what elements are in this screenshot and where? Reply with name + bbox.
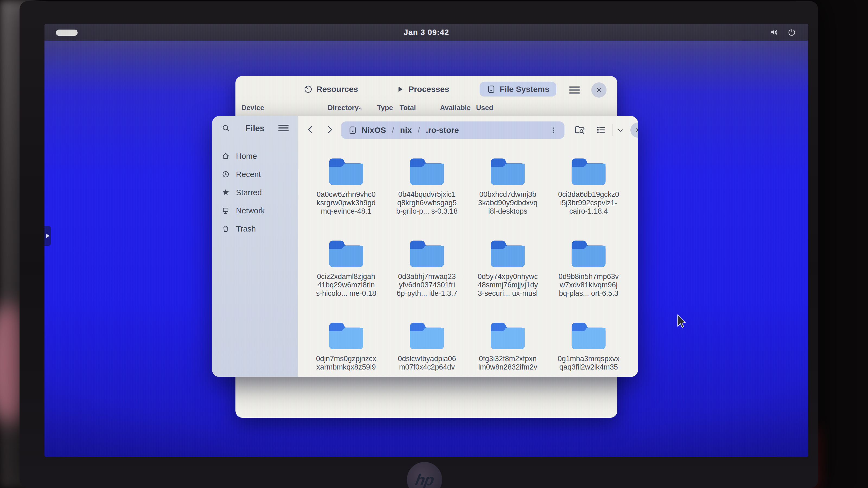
folder-grid-area: 0a0cw6zrhn9vhc0 ksrgrw0pwk3h9gd mq-evinc…	[298, 144, 638, 377]
chevron-down-icon[interactable]	[616, 126, 625, 134]
path-bar[interactable]: NixOS / nix / .ro-store	[341, 122, 564, 139]
folder-item[interactable]: 0dslcwfbyadpia06 m07f0x4c2p64dv	[386, 321, 467, 377]
path-separator: /	[392, 126, 394, 134]
sidebar-item-label: Network	[236, 206, 265, 215]
column-available[interactable]: Available	[440, 104, 471, 112]
sidebar-item-label: Trash	[236, 225, 256, 233]
path-device[interactable]: NixOS	[362, 126, 386, 135]
play-icon	[396, 85, 405, 94]
hp-logo: hp	[407, 462, 442, 488]
path-segment-ro-store[interactable]: .ro-store	[426, 126, 459, 135]
folder-name: 0a0cw6zrhn9vhc0 ksrgrw0pwk3h9gd mq-evinc…	[316, 190, 376, 216]
file-systems-column-headers: Device Directory Type Total Available Us…	[236, 102, 617, 114]
folder-item[interactable]: 0d5y74xpy0nhywc 48smmj76mjjvj1dy 3-secur…	[467, 239, 548, 321]
gnome-top-bar: Jan 3 09:42	[44, 24, 808, 41]
folder-icon	[328, 157, 365, 188]
column-type[interactable]: Type	[377, 104, 393, 112]
folder-item[interactable]: 0g1mha3mrqspxvx qaq3fii2w2ik4m35	[548, 321, 629, 377]
tab-processes[interactable]: Processes	[389, 82, 456, 97]
folder-name: 0b44bqqdvr5jxic1 q8krgh6vwhsgag5 b-grilo…	[396, 190, 458, 216]
files-header-bar: NixOS / nix / .ro-store	[298, 116, 638, 144]
folder-icon	[408, 157, 446, 188]
folder-name: 0d9b8in5h7mp63v w7xdv81kivqm96j bq-plas.…	[558, 272, 619, 298]
speaker-icon[interactable]	[770, 28, 779, 37]
folder-item[interactable]: 0d3abhj7mwaq23 yfv6dn0374301fri 6p-pyth.…	[386, 239, 467, 321]
sidebar-item-trash[interactable]: Trash	[216, 221, 294, 237]
close-icon	[595, 87, 602, 94]
folder-item[interactable]: 0ciz2xdaml8zjgah 41bq29w6mzl8rln s-hicol…	[306, 239, 386, 321]
sidebar-item-starred[interactable]: Starred	[216, 184, 294, 201]
menu-icon[interactable]	[569, 87, 580, 94]
menu-icon[interactable]	[278, 125, 289, 131]
folder-icon	[489, 157, 527, 188]
tab-label: Resources	[316, 85, 358, 94]
close-button[interactable]	[630, 123, 638, 138]
trash-icon	[221, 225, 230, 233]
sidebar-item-home[interactable]: Home	[216, 148, 294, 164]
sidebar-item-label: Recent	[236, 170, 261, 179]
clock-icon	[221, 170, 230, 178]
sidebar-item-network[interactable]: Network	[216, 202, 294, 219]
power-icon[interactable]	[787, 28, 796, 37]
clock[interactable]: Jan 3 09:42	[44, 28, 808, 37]
folder-name: 0ci3da6db19gckz0 i5j3br992cspvlz1- cairo…	[558, 190, 619, 216]
folder-name: 0d5y74xpy0nhywc 48smmj76mjjvj1dy 3-secur…	[478, 272, 538, 298]
edge-panel-handle[interactable]	[44, 226, 51, 246]
folder-icon	[570, 239, 607, 270]
folder-grid: 0a0cw6zrhn9vhc0 ksrgrw0pwk3h9gd mq-evinc…	[306, 157, 629, 377]
system-monitor-controls	[569, 83, 607, 98]
back-button[interactable]	[304, 124, 316, 135]
folder-item[interactable]: 0ci3da6db19gckz0 i5j3br992cspvlz1- cairo…	[548, 157, 629, 239]
column-total[interactable]: Total	[400, 104, 416, 112]
column-directory[interactable]: Directory	[328, 104, 359, 112]
tab-file-systems[interactable]: File Systems	[479, 82, 556, 97]
folder-icon	[489, 239, 527, 270]
folder-item[interactable]: 0djn7ms0gzpjnzcx xarmbmkqx8z59i9	[306, 321, 386, 377]
files-window: Files Home Recent Starred Network	[212, 116, 638, 377]
toolbar-divider	[612, 124, 613, 136]
folder-name: 0d3abhj7mwaq23 yfv6dn0374301fri 6p-pyth.…	[397, 272, 457, 298]
sidebar-item-label: Starred	[236, 188, 262, 197]
folder-icon	[489, 321, 527, 352]
column-used[interactable]: Used	[476, 104, 493, 112]
drive-icon	[348, 126, 357, 135]
hp-logo-text: hp	[414, 470, 435, 488]
folder-item[interactable]: 0fg3i32f8m2xfpxn lm0w8n2832ifm2v	[467, 321, 548, 377]
folder-name: 00bxhcd7dwmj3b 3kabd90y9dbdxvq i8l-deskt…	[478, 190, 537, 216]
kebab-menu-icon[interactable]	[550, 126, 557, 135]
folder-icon	[570, 321, 607, 352]
folder-item[interactable]: 00bxhcd7dwmj3b 3kabd90y9dbdxvq i8l-deskt…	[467, 157, 548, 239]
folder-icon	[408, 239, 446, 270]
folder-icon	[328, 239, 365, 270]
path-separator: /	[418, 126, 420, 134]
home-icon	[221, 152, 230, 161]
arrow-right-icon	[46, 234, 50, 238]
sidebar-item-recent[interactable]: Recent	[216, 166, 294, 183]
folder-icon	[570, 157, 607, 188]
close-button[interactable]	[591, 83, 607, 98]
drive-icon	[487, 85, 496, 94]
files-main-pane: NixOS / nix / .ro-store	[298, 116, 638, 377]
folder-search-icon[interactable]	[574, 124, 585, 135]
folder-item[interactable]: 0a0cw6zrhn9vhc0 ksrgrw0pwk3h9gd mq-evinc…	[306, 157, 386, 239]
forward-button[interactable]	[324, 124, 336, 135]
tab-label: File Systems	[500, 85, 549, 94]
list-view-icon[interactable]	[595, 124, 607, 135]
column-device[interactable]: Device	[241, 104, 264, 112]
star-icon	[221, 188, 230, 197]
system-status-area[interactable]	[770, 24, 796, 41]
path-segment-nix[interactable]: nix	[400, 126, 412, 135]
folder-icon	[328, 321, 365, 352]
gauge-icon	[304, 85, 313, 94]
folder-name: 0djn7ms0gzpjnzcx xarmbmkqx8z59i9	[316, 355, 376, 371]
folder-name: 0dslcwfbyadpia06 m07f0x4c2p64dv	[398, 355, 456, 371]
sidebar-item-label: Home	[236, 152, 257, 161]
folder-item[interactable]: 0d9b8in5h7mp63v w7xdv81kivqm96j bq-plas.…	[548, 239, 629, 321]
files-sidebar-header: Files	[212, 116, 298, 140]
folder-item[interactable]: 0b44bqqdvr5jxic1 q8krgh6vwhsgag5 b-grilo…	[386, 157, 467, 239]
tab-resources[interactable]: Resources	[297, 82, 365, 97]
laptop-bezel: hp Jan 3 09:42 Resources Processes	[20, 1, 818, 488]
tab-label: Processes	[408, 85, 449, 94]
folder-name: 0ciz2xdaml8zjgah 41bq29w6mzl8rln s-hicol…	[316, 272, 376, 298]
close-icon	[634, 127, 638, 134]
